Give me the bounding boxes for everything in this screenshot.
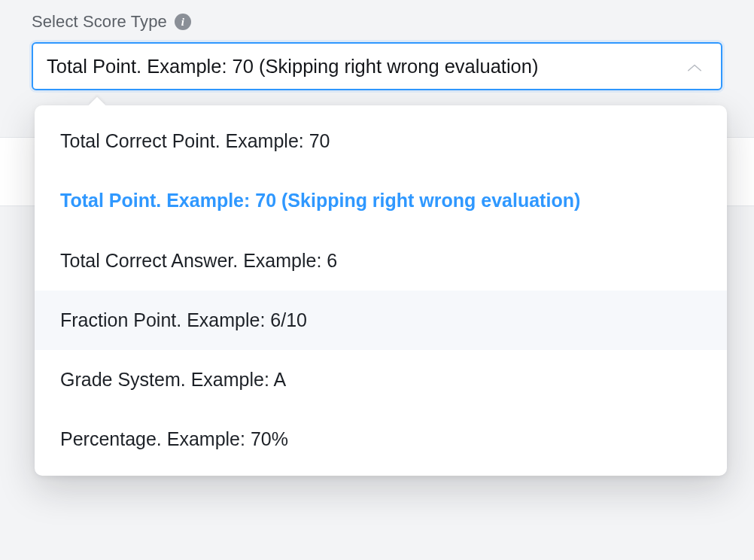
page-root: Select Score Type i Total Point. Example… (0, 0, 754, 560)
option-total-point-skipping[interactable]: Total Point. Example: 70 (Skipping right… (35, 171, 727, 230)
option-total-correct-answer[interactable]: Total Correct Answer. Example: 6 (35, 231, 727, 291)
score-type-select[interactable]: Total Point. Example: 70 (Skipping right… (32, 42, 722, 90)
chevron-up-icon (686, 62, 703, 73)
option-label: Total Correct Point. Example: 70 (60, 130, 330, 151)
field-label-row: Select Score Type i (32, 0, 722, 42)
option-grade-system[interactable]: Grade System. Example: A (35, 350, 727, 409)
option-fraction-point[interactable]: Fraction Point. Example: 6/10 (35, 291, 727, 350)
info-icon[interactable]: i (175, 14, 191, 30)
option-label: Percentage. Example: 70% (60, 428, 288, 449)
option-label: Grade System. Example: A (60, 369, 286, 390)
select-value: Total Point. Example: 70 (Skipping right… (47, 56, 538, 78)
option-label: Total Point. Example: 70 (Skipping right… (60, 190, 580, 211)
score-type-field: Select Score Type i Total Point. Example… (32, 0, 722, 90)
option-label: Total Correct Answer. Example: 6 (60, 250, 337, 271)
score-type-dropdown[interactable]: Total Correct Point. Example: 70 Total P… (35, 105, 727, 476)
field-label: Select Score Type (32, 12, 167, 32)
option-percentage[interactable]: Percentage. Example: 70% (35, 409, 727, 469)
option-total-correct-point[interactable]: Total Correct Point. Example: 70 (35, 111, 727, 171)
option-label: Fraction Point. Example: 6/10 (60, 309, 307, 330)
